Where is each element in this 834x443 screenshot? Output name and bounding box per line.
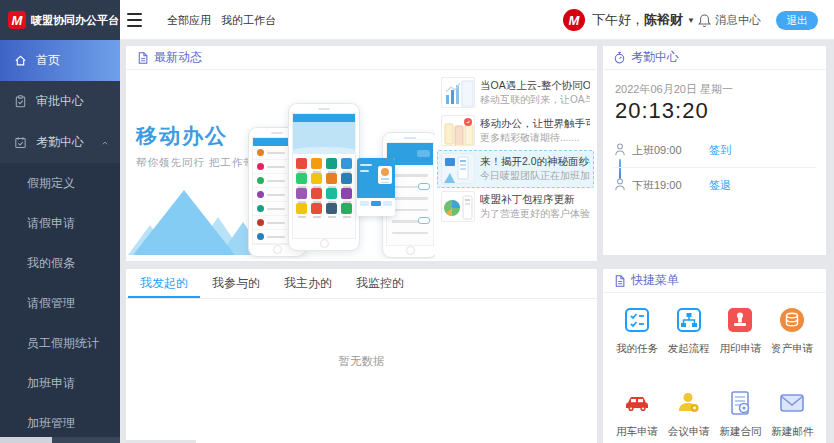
sidebar: 首页 审批中心 考勤中心 假期定义 请假申请 我的假条 请假管理 员工假期统计 … [0,40,120,443]
chevron-down-icon: ▼ [687,16,695,25]
app-logo: M 唛盟协同办公平台 [0,0,120,40]
news-item[interactable]: 唛盟补丁包程序更新 为了营造更好的客户体验，唛 [437,188,594,226]
logout-button[interactable]: 退出 [776,11,818,30]
phone-mockup-app-grid [288,103,360,251]
tasks-tabbar: 我发起的 我参与的 我主办的 我监控的 [126,269,597,299]
tab-hosted-by-me[interactable]: 我主办的 [272,269,344,298]
phone-app-tile [326,173,337,184]
quick-item-seal-request[interactable]: 用印申请 [715,305,767,356]
asset-icon [777,305,807,335]
news-title: 来！揭开2.0的神秘面纱- [480,153,590,169]
phone-app-tile [311,173,322,184]
news-title: 唛盟补丁包程序更新 [480,191,590,207]
quick-item-label: 会议申请 [668,425,710,439]
attendance-title: 考勤中心 [631,49,679,66]
quick-item-start-flow[interactable]: 发起流程 [663,305,715,356]
sidebar-item-attendance-center[interactable]: 考勤中心 [0,122,120,163]
quick-item-label: 用印申请 [719,342,761,356]
timeline-connector [619,159,621,179]
sidebar-subitem-holiday-definition[interactable]: 假期定义 [0,163,120,203]
username: 陈裕财 [644,12,683,27]
empty-state-text: 暂无数据 [126,299,597,369]
stopwatch-icon [613,51,626,64]
sidebar-item-home[interactable]: 首页 [0,40,120,81]
quick-menu-grid: 我的任务 发起流程 用印申请 资产申请 用车申请 会议申请 新建合同 新建邮件 [611,305,818,439]
news-title: 当OA遇上云-整个协同OA [480,77,590,93]
sidebar-item-label: 首页 [36,52,60,69]
news-thumbnail [441,77,475,108]
message-center-button[interactable]: 消息中心 [697,0,761,40]
sidebar-item-label: 考勤中心 [36,134,84,151]
clipboard-check-icon [13,94,28,109]
quick-item-label: 新建邮件 [771,425,813,439]
quick-item-meeting-request[interactable]: 会议申请 [663,388,715,439]
quick-item-vehicle-request[interactable]: 用车申请 [611,388,663,439]
check-out-link[interactable]: 签退 [709,175,731,195]
sidebar-subitem-leave-request[interactable]: 请假申请 [0,203,120,243]
greeting-text: 下午好， [592,12,644,27]
phone-app-tile [341,173,352,184]
news-thumbnail [441,191,475,222]
quick-menu-card: 快捷菜单 我的任务 发起流程 用印申请 资产申请 用车申请 会议申请 新建合 [603,269,826,443]
quick-item-my-tasks[interactable]: 我的任务 [611,305,663,356]
quick-item-new-contract[interactable]: 新建合同 [715,388,767,439]
news-title: 移动办公，让世界触手可 [480,115,590,131]
phone-app-tile [326,188,337,199]
sidebar-item-approval-center[interactable]: 审批中心 [0,81,120,122]
latest-news-title: 最新动态 [154,49,202,66]
news-item[interactable]: 当OA遇上云-整个协同OA 移动互联的到来，让OA与云 [437,74,594,112]
tab-monitored-by-me[interactable]: 我监控的 [344,269,416,298]
tab-participated-by-me[interactable]: 我参与的 [200,269,272,298]
phone-app-tile [341,158,352,169]
message-center-label: 消息中心 [715,13,761,28]
sidebar-subitem-my-leave-notes[interactable]: 我的假条 [0,243,120,283]
latest-news-header: 最新动态 [126,46,597,70]
tab-initiated-by-me[interactable]: 我发起的 [128,269,200,298]
check-in-row: 上班09:00 签到 [632,140,814,160]
logo-badge: M [8,11,26,29]
check-in-link[interactable]: 签到 [709,140,731,160]
news-item-highlighted[interactable]: 来！揭开2.0的神秘面纱- 今日唛盟团队正在加班加点， [437,150,594,188]
phone-list-line [392,197,428,200]
car-icon [622,388,652,418]
calendar-check-icon [13,135,28,150]
user-greeting[interactable]: 下午好，陈裕财▼ [592,0,695,40]
document-icon [136,51,149,64]
hamburger-menu-icon[interactable] [127,13,142,27]
attendance-clock: 20:13:20 [615,98,709,124]
sidebar-subitem-employee-holiday-stats[interactable]: 员工假期统计 [0,323,120,363]
quick-item-label: 新建合同 [719,425,761,439]
news-thumbnail [441,153,475,184]
quick-item-asset-request[interactable]: 资产申请 [766,305,818,356]
sidebar-scrollbar[interactable] [0,437,120,443]
phone-app-tile [311,188,322,199]
check-out-label: 下班19:00 [632,179,682,191]
sidebar-subitem-leave-management[interactable]: 请假管理 [0,283,120,323]
phone-app-tile [296,158,307,169]
quick-item-new-mail[interactable]: 新建邮件 [766,388,818,439]
phone-app-tile [326,158,337,169]
phone-app-tile [311,158,322,169]
nav-my-workbench[interactable]: 我的工作台 [221,0,276,40]
phone-list-line [392,220,428,223]
meeting-icon [674,388,704,418]
document-icon [613,274,626,287]
news-item[interactable]: 移动办公，让世界触手可 更多精彩敬请期待....... [437,112,594,150]
user-avatar[interactable]: M [563,9,585,31]
mobile-office-banner[interactable]: 移动办公 帮你领先同行 把工作带出办公室 [128,74,435,259]
app-title: 唛盟协同办公平台 [31,13,119,28]
news-desc: 今日唛盟团队正在加班加点， [480,169,590,182]
phone-app-tile [341,188,352,199]
divider [613,167,816,168]
contract-icon [725,388,755,418]
person-icon [613,177,627,192]
sidebar-subitem-overtime-request[interactable]: 加班申请 [0,363,120,403]
nav-all-apps[interactable]: 全部应用 [167,0,211,40]
phone-list-line [392,232,428,235]
quick-menu-header: 快捷菜单 [603,269,826,293]
sidebar-scrollbar-thumb[interactable] [0,437,52,443]
check-out-row: 下班19:00 签退 [632,175,814,195]
flow-start-icon [674,305,704,335]
phone-app-tile [296,203,307,214]
attendance-date: 2022年06月20日 星期一 [615,82,733,97]
